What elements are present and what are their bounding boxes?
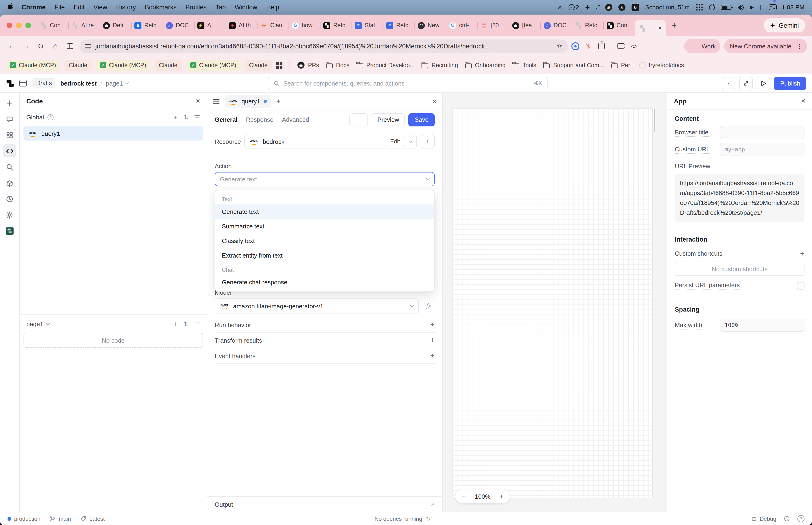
new-tab-button[interactable]: + — [668, 19, 681, 32]
bookmark-star-icon[interactable]: ☆ — [556, 42, 563, 50]
volume-icon[interactable] — [737, 4, 744, 10]
query-editor-tab[interactable]: Advanced — [282, 116, 309, 123]
close-app-panel-button[interactable]: × — [801, 96, 806, 105]
collapsible-section[interactable]: Event handlers + — [215, 348, 435, 364]
extensions-puzzle-icon[interactable] — [595, 40, 608, 52]
side-panel-button[interactable] — [63, 39, 77, 53]
fx-button[interactable]: fx — [423, 298, 435, 314]
forward-button[interactable]: → — [19, 39, 33, 53]
breadcrumb-app-name[interactable]: bedrock test — [60, 80, 97, 87]
tab-group-chip[interactable]: Claude (MCP) — [96, 59, 150, 71]
bookmark-item[interactable]: Tools — [511, 62, 538, 69]
menu-item[interactable]: Window — [235, 4, 257, 11]
inspect-extension-icon[interactable] — [615, 40, 627, 52]
search-rail-button[interactable] — [3, 160, 16, 174]
menu-item[interactable]: Profiles — [185, 4, 206, 11]
fullscreen-button[interactable] — [739, 76, 753, 90]
output-bar[interactable]: Output — [207, 496, 442, 512]
browser-tab[interactable]: Retc — [572, 15, 603, 36]
browser-tab[interactable]: Retc — [383, 15, 414, 36]
global-search[interactable]: Search for components, queries, and acti… — [268, 76, 548, 90]
browser-tab[interactable]: DOC — [163, 15, 194, 36]
focus-check-icon[interactable]: ✓2 — [569, 4, 579, 11]
tab-group-chip[interactable]: Claude — [64, 59, 91, 71]
release-selector[interactable]: Latest — [80, 515, 105, 522]
browser-tab[interactable]: how — [289, 15, 320, 36]
query-list-menu-icon[interactable] — [213, 99, 219, 104]
onepassword-extension-icon[interactable] — [569, 40, 581, 52]
expand-arrows-icon[interactable]: ⤢ — [596, 4, 599, 10]
spotify-icon[interactable]: ≋ — [618, 4, 626, 11]
menu-item[interactable]: View — [93, 4, 107, 11]
menu-item[interactable]: Chrome — [21, 4, 46, 11]
filter-icon[interactable] — [195, 322, 200, 326]
preview-app-button[interactable] — [757, 76, 770, 90]
comments-button[interactable] — [3, 112, 16, 125]
branch-selector[interactable]: main — [50, 515, 71, 522]
zoom-level[interactable]: 100% — [475, 493, 491, 500]
amphetamine-icon[interactable] — [709, 4, 715, 10]
model-select[interactable]: amazon.titan-image-generator-v1 — [215, 298, 419, 314]
query-editor-tab[interactable]: General — [215, 116, 238, 123]
persist-url-checkbox[interactable] — [797, 282, 805, 289]
max-width-input[interactable] — [720, 319, 805, 332]
add-query-button[interactable]: + — [174, 113, 178, 121]
browser-tab[interactable]: Con — [37, 15, 68, 36]
custom-url-input[interactable] — [720, 143, 805, 156]
publish-button[interactable]: Publish — [774, 76, 806, 90]
close-tab-icon[interactable]: × — [658, 25, 662, 31]
launchpad-grid-icon[interactable] — [696, 4, 703, 11]
retool-university-icon[interactable] — [3, 224, 16, 237]
dropdown-option[interactable]: Summarize text — [215, 219, 434, 234]
browser-tab[interactable]: AI th — [226, 15, 257, 36]
debug-button[interactable]: Debug — [751, 515, 776, 522]
chevron-down-icon[interactable] — [46, 321, 50, 325]
dropdown-option[interactable]: Text — [215, 192, 434, 205]
focus-timer-label[interactable]: School run, 51m — [645, 4, 690, 11]
bookmark-item[interactable]: Docs — [325, 62, 351, 69]
browser-tab[interactable]: [fea — [509, 15, 540, 36]
bookmark-item[interactable]: tryretool/docs — [638, 62, 685, 69]
dropdown-option[interactable]: Classify text — [215, 234, 434, 248]
refresh-icon[interactable]: ↻ — [426, 515, 431, 522]
browser-tab[interactable]: AI re — [68, 15, 99, 36]
apps-grid-icon[interactable] — [276, 62, 282, 69]
control-center-icon[interactable] — [768, 4, 776, 10]
home-button[interactable]: ⌂ — [48, 39, 62, 53]
fx-button[interactable]: ƒ — [420, 134, 435, 149]
query-more-button[interactable]: ··· — [349, 113, 368, 126]
sparkle-icon[interactable] — [585, 5, 590, 10]
close-query-editor-button[interactable]: × — [432, 97, 436, 106]
history-icon[interactable] — [784, 515, 790, 522]
bookmark-item[interactable]: PRs — [296, 62, 321, 69]
bookmark-item[interactable]: Product Develop... — [355, 62, 416, 69]
browser-title-input[interactable] — [720, 126, 805, 139]
query-tab[interactable]: query1 — [225, 95, 271, 107]
add-component-button[interactable] — [3, 96, 16, 109]
dropdown-option[interactable]: Generate text — [215, 205, 434, 219]
bookmark-item[interactable]: Recruiting — [420, 62, 460, 69]
menu-item[interactable]: History — [116, 4, 136, 11]
environment-selector[interactable]: production — [7, 515, 41, 522]
canvas-area[interactable]: − 100% + — [443, 93, 667, 512]
add-shortcut-button[interactable]: + — [800, 250, 805, 258]
apple-icon[interactable] — [7, 3, 14, 12]
menu-item[interactable]: Help — [266, 4, 279, 11]
zoom-in-button[interactable]: + — [500, 492, 504, 500]
url-text[interactable]: jordanaibugbashassist.retool-qa.com/edit… — [95, 43, 552, 49]
browser-tab[interactable]: Clau — [257, 15, 289, 36]
browser-tab[interactable]: Retc — [320, 15, 352, 36]
tab-group-chip[interactable]: Claude (MCP) — [186, 59, 240, 71]
expand-section-icon[interactable]: + — [430, 321, 435, 329]
zoom-out-button[interactable]: − — [461, 492, 466, 500]
layout-panels-icon[interactable] — [19, 80, 27, 87]
browser-tab[interactable]: [20 — [477, 15, 509, 36]
menu-item[interactable]: File — [55, 4, 65, 11]
code-extension-icon[interactable]: <> — [628, 40, 640, 52]
browser-tab[interactable]: DOC — [540, 15, 572, 36]
page-label[interactable]: page1 — [26, 320, 43, 327]
components-tree-button[interactable] — [3, 128, 16, 141]
calendar-badge-icon[interactable]: 6 — [631, 3, 639, 11]
tab-group-chip[interactable]: Claude — [245, 59, 272, 71]
dropdown-option[interactable]: Generate chat response — [215, 275, 434, 289]
